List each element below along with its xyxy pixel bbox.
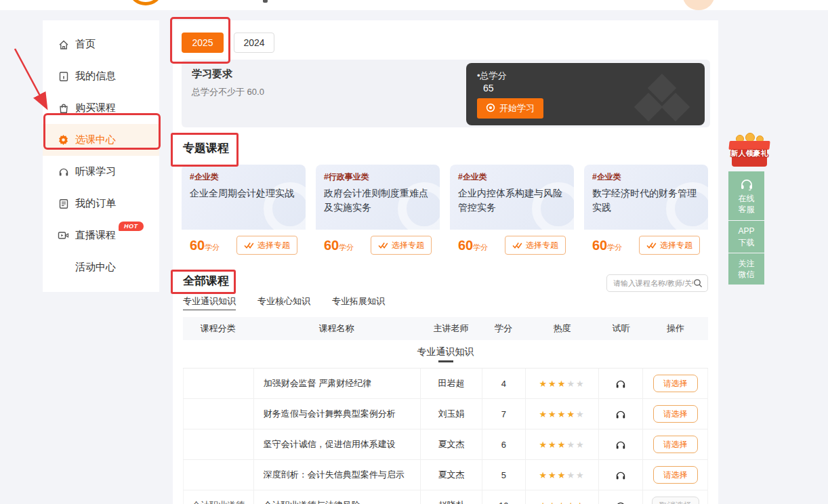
topic-credits: 60学分 xyxy=(458,238,488,253)
sidebar-item-直播课程[interactable]: 直播课程HOT xyxy=(43,219,159,251)
teacher-cell: 夏文杰 xyxy=(420,460,482,490)
select-topic-button[interactable]: 选择专题 xyxy=(639,236,700,255)
sidebar-item-我的信息[interactable]: 我的信息 xyxy=(43,60,159,92)
course-category-cell xyxy=(184,399,253,429)
listen-icon[interactable] xyxy=(615,501,626,504)
listen-icon[interactable] xyxy=(615,470,626,480)
select-course-button[interactable]: 请选择 xyxy=(653,375,698,392)
audition-cell xyxy=(598,460,642,490)
play-icon xyxy=(486,103,495,114)
video-icon xyxy=(58,230,69,241)
newcomer-gift-badge[interactable]: 新人领豪礼 xyxy=(729,133,770,169)
course-tab-专业拓展知识[interactable]: 专业拓展知识 xyxy=(332,295,385,310)
topic-card-top: #行政事业类政府会计准则制度重难点及实施实务 xyxy=(316,165,440,230)
course-category-cell xyxy=(184,460,253,490)
double-check-icon xyxy=(378,242,388,249)
teacher-cell: 赵晓朴 xyxy=(420,490,482,504)
double-check-icon xyxy=(244,242,254,249)
course-name-cell: 加强财会监督 严肃财经纪律 xyxy=(253,369,420,398)
table-row: 加强财会监督 严肃财经纪律田岩超4★★★★★请选择 xyxy=(183,369,708,399)
topic-card-top: #企业类企业全周期会计处理实战 xyxy=(182,165,306,230)
credits-cell: 6 xyxy=(482,429,525,459)
course-category-cell: 会计职业道德 xyxy=(184,490,253,504)
table-row: 深度剖析：会计失信典型案件与启示夏文杰5★★★★★请选择 xyxy=(183,460,708,490)
year-tabs: 20252024 xyxy=(182,33,274,53)
topic-title: 政府会计准则制度重难点及实施实务 xyxy=(324,186,432,215)
group-label: 专业通识知识 xyxy=(417,346,474,358)
header-decoration xyxy=(263,0,268,3)
headphones-icon xyxy=(58,166,69,177)
star-rating: ★★★★★ xyxy=(539,409,585,419)
select-topic-button[interactable]: 选择专题 xyxy=(371,236,432,255)
table-row: 会计职业道德会计职业道德与法律风险赵晓朴10★★★★★取消选择 xyxy=(183,490,708,504)
topic-cards: #企业类企业全周期会计处理实战60学分选择专题#行政事业类政府会计准则制度重难点… xyxy=(182,165,708,261)
course-name-cell: 深度剖析：会计失信典型案件与启示 xyxy=(253,460,420,490)
sidebar-item-听课学习[interactable]: 听课学习 xyxy=(43,156,159,188)
requirements-title: 学习要求 xyxy=(192,68,232,81)
sidebar-item-活动中心[interactable]: 活动中心 xyxy=(43,251,159,283)
listen-icon[interactable] xyxy=(615,440,626,450)
no-icon xyxy=(58,261,69,273)
search-input[interactable] xyxy=(607,279,693,287)
year-tab-2024[interactable]: 2024 xyxy=(234,33,274,53)
table-body: 加强财会监督 严肃财经纪律田岩超4★★★★★请选择财务造假与会计舞弊典型案例分析… xyxy=(183,369,708,504)
select-course-button[interactable]: 请选择 xyxy=(653,466,698,484)
star-rating: ★★★★★ xyxy=(539,379,585,389)
credits-cell: 5 xyxy=(482,460,525,490)
select-topic-button[interactable]: 选择专题 xyxy=(236,236,297,255)
star-rating: ★★★★★ xyxy=(539,501,585,504)
teacher-cell: 夏文杰 xyxy=(420,429,482,459)
star-rating: ★★★★★ xyxy=(539,470,585,480)
floater-关注微信[interactable]: 关注微信 xyxy=(728,253,764,285)
home-icon xyxy=(58,39,69,50)
credits-cell: 10 xyxy=(482,490,525,504)
topic-title: 企业全周期会计处理实战 xyxy=(190,186,297,201)
topic-card: #企业类企业内控体系构建与风险管控实务60学分选择专题 xyxy=(450,165,574,261)
sidebar-item-我的订单[interactable]: 我的订单 xyxy=(43,188,159,219)
sidebar-item-购买课程[interactable]: 购买课程 xyxy=(43,92,159,124)
main-content: 20252024 学习要求 总学分不少于 60.0 •总学分 65 开始学习 专… xyxy=(173,20,718,504)
teacher-cell: 刘玉娟 xyxy=(420,399,482,429)
double-check-icon xyxy=(512,242,522,249)
hot-badge: HOT xyxy=(119,222,144,231)
audition-cell xyxy=(598,399,642,429)
start-learning-button[interactable]: 开始学习 xyxy=(477,98,543,119)
sidebar-item-label: 直播课程 xyxy=(75,229,116,242)
audition-cell xyxy=(598,429,642,459)
year-tab-2025[interactable]: 2025 xyxy=(182,33,224,53)
total-credit-value: 65 xyxy=(483,83,494,93)
course-tab-专业通识知识[interactable]: 专业通识知识 xyxy=(183,295,236,310)
sidebar-item-首页[interactable]: 首页 xyxy=(43,28,159,60)
select-course-button[interactable]: 请选择 xyxy=(653,405,698,423)
rating-cell: ★★★★★ xyxy=(525,429,599,459)
column-header: 试听 xyxy=(599,322,643,335)
floater-label: 下载 xyxy=(739,237,755,248)
sidebar-menu: 首页我的信息购买课程选课中心听课学习我的订单直播课程HOT活动中心 xyxy=(43,28,159,283)
listen-icon[interactable] xyxy=(615,409,626,419)
side-floater-stack: 在线客服APP下载关注微信 xyxy=(728,171,764,285)
course-name-cell: 会计职业道德与法律风险 xyxy=(253,490,420,504)
select-topic-button[interactable]: 选择专题 xyxy=(505,236,566,255)
rating-cell: ★★★★★ xyxy=(525,399,599,429)
cancel-select-button[interactable]: 取消选择 xyxy=(652,497,699,504)
audition-cell xyxy=(598,490,642,504)
column-header: 主讲老师 xyxy=(420,322,482,335)
headset-icon xyxy=(739,177,754,190)
rating-cell: ★★★★★ xyxy=(525,490,599,504)
course-tab-专业核心知识[interactable]: 专业核心知识 xyxy=(257,295,310,310)
topic-card: #行政事业类政府会计准则制度重难点及实施实务60学分选择专题 xyxy=(316,165,440,261)
course-category-cell xyxy=(184,429,253,459)
table-header: 课程分类课程名称主讲老师学分热度试听操作 xyxy=(183,317,708,340)
rating-cell: ★★★★★ xyxy=(525,460,599,490)
rating-cell: ★★★★★ xyxy=(525,369,599,398)
search-icon[interactable] xyxy=(693,278,703,288)
topic-card-top: #企业类数字经济时代的财务管理实践 xyxy=(584,165,708,230)
courses-table: 课程分类课程名称主讲老师学分热度试听操作 专业通识知识 加强财会监督 严肃财经纪… xyxy=(183,317,708,504)
listen-icon[interactable] xyxy=(615,379,626,389)
table-group-row: 专业通识知识 xyxy=(183,340,708,369)
select-course-button[interactable]: 请选择 xyxy=(653,436,698,453)
sidebar-item-选课中心[interactable]: 选课中心 xyxy=(43,124,159,156)
floater-APP下载[interactable]: APP下载 xyxy=(728,221,764,252)
floater-在线客服[interactable]: 在线客服 xyxy=(728,171,764,220)
action-cell: 取消选择 xyxy=(642,490,707,504)
